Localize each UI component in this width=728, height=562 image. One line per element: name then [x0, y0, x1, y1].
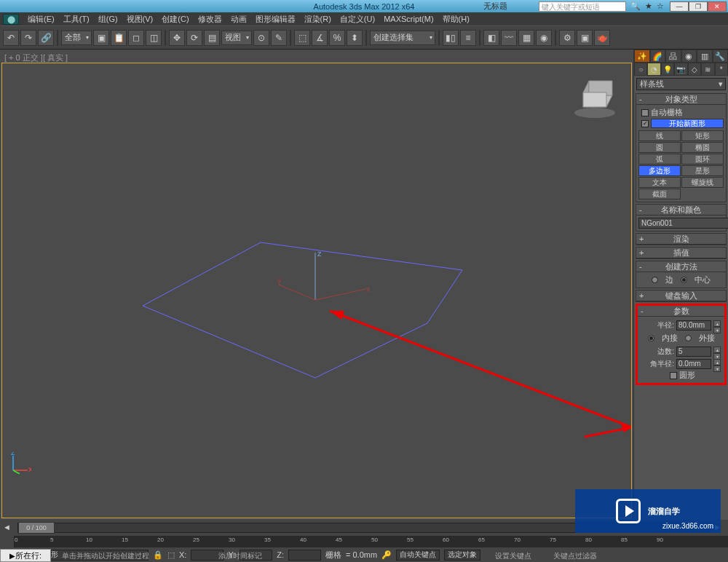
menu-group[interactable]: 组(G): [94, 13, 122, 25]
viewport-area[interactable]: [ + 0 正交 ][ 真实 ] z x y: [0, 50, 633, 520]
menu-grapheditors[interactable]: 图形编辑器: [251, 13, 300, 25]
startnew-button[interactable]: 开始新图形: [651, 119, 724, 128]
radius-spinner[interactable]: 80.0mm: [676, 320, 711, 331]
line-button[interactable]: 线: [638, 130, 681, 141]
coord-mode-icon[interactable]: ⬚: [167, 550, 175, 560]
expand-icon[interactable]: +: [639, 291, 644, 300]
undo-button[interactable]: ↶: [3, 30, 19, 46]
schematic-button[interactable]: ▦: [518, 30, 534, 46]
sides-spinner[interactable]: 5: [676, 347, 711, 357]
trackbar-toggle[interactable]: [0, 536, 15, 547]
text-button[interactable]: 文本: [638, 177, 681, 188]
cornerrad-spinner-buttons[interactable]: ▴▾: [713, 359, 721, 369]
refcoord-combo[interactable]: 视图: [221, 31, 252, 45]
autokey-button[interactable]: 自动关键点: [396, 550, 440, 561]
select-button[interactable]: ▣: [93, 30, 109, 46]
collapse-icon[interactable]: -: [639, 205, 642, 214]
edge-radio[interactable]: [652, 277, 658, 283]
selection-filter-combo[interactable]: 全部: [61, 31, 92, 45]
close-button[interactable]: ✕: [708, 1, 727, 12]
render-setup-button[interactable]: ⚙: [559, 30, 575, 46]
display-tab[interactable]: ▥: [697, 50, 713, 63]
section-button[interactable]: 截面: [638, 189, 681, 199]
menu-customize[interactable]: 自定义(U): [336, 13, 379, 25]
hierarchy-tab[interactable]: 品: [665, 50, 681, 63]
circular-checkbox[interactable]: [670, 372, 677, 379]
circle-button[interactable]: 圆: [638, 142, 681, 153]
menu-view[interactable]: 视图(V): [122, 13, 158, 25]
key-icon[interactable]: 🔑: [381, 550, 392, 560]
menu-edit[interactable]: 编辑(E): [23, 13, 59, 25]
systems-cat[interactable]: *: [715, 63, 728, 76]
cameras-cat[interactable]: 📷: [674, 63, 687, 76]
circumscribed-radio[interactable]: [685, 335, 692, 341]
keyboard-entry-rollout[interactable]: +键盘输入: [636, 290, 727, 302]
star-icon-2[interactable]: ☆: [657, 1, 664, 11]
radius-spinner-buttons[interactable]: ▴▾: [713, 320, 721, 331]
shapes-cat[interactable]: ◔: [647, 63, 660, 76]
expand-icon[interactable]: +: [639, 234, 644, 243]
layers-button[interactable]: ◧: [483, 30, 499, 46]
maximize-button[interactable]: ❐: [689, 1, 708, 12]
collapse-icon[interactable]: -: [639, 95, 642, 103]
keyfilter-button[interactable]: 关键点过滤器: [553, 551, 597, 561]
select-manipulate-button[interactable]: ✎: [271, 30, 287, 46]
snap-toggle[interactable]: ⬚: [294, 30, 310, 46]
motion-tab[interactable]: ◉: [681, 50, 697, 63]
modify-tab[interactable]: 🌈: [650, 50, 666, 63]
interp-rollout[interactable]: +插值: [636, 247, 727, 259]
app-logo-icon[interactable]: ⬤: [3, 14, 19, 25]
render-rollout[interactable]: +渲染: [636, 233, 727, 245]
viewport[interactable]: z x y z x: [1, 63, 632, 518]
rotate-button[interactable]: ⟳: [186, 30, 202, 46]
time-slider-thumb[interactable]: 0 / 100: [18, 522, 55, 534]
utilities-tab[interactable]: 🔧: [713, 50, 729, 63]
search-input[interactable]: 键入关键字或短语: [539, 1, 626, 12]
cornerrad-spinner[interactable]: 0.0mm: [676, 359, 711, 369]
minimize-button[interactable]: —: [670, 1, 689, 12]
expand-icon[interactable]: +: [639, 248, 644, 257]
selkey-combo[interactable]: 选定对象: [444, 550, 480, 561]
percent-snap-toggle[interactable]: %: [329, 30, 345, 46]
donut-button[interactable]: 圆环: [681, 154, 724, 165]
track-bar[interactable]: 0510 152025 303540 455055 606570 758085 …: [0, 536, 728, 547]
geometry-cat[interactable]: ○: [634, 63, 647, 76]
addtime-button[interactable]: 添加时间标记: [218, 551, 262, 561]
align-button[interactable]: ≡: [460, 30, 476, 46]
create-tab[interactable]: ✨: [634, 50, 650, 63]
autogrid-checkbox[interactable]: [641, 109, 649, 116]
lights-cat[interactable]: 💡: [661, 63, 674, 76]
subcategory-combo[interactable]: 样条线: [636, 78, 726, 90]
scale-button[interactable]: ▤: [204, 30, 220, 46]
angle-snap-toggle[interactable]: ∡: [312, 30, 328, 46]
move-button[interactable]: ✥: [169, 30, 185, 46]
sides-spinner-buttons[interactable]: ▴▾: [713, 347, 721, 357]
menu-render[interactable]: 渲染(R): [300, 13, 336, 25]
helpers-cat[interactable]: ◇: [688, 63, 701, 76]
startnew-checkbox[interactable]: ✓: [641, 120, 649, 127]
menu-create[interactable]: 创建(C): [157, 13, 193, 25]
select-name-button[interactable]: 📋: [111, 30, 127, 46]
inscribed-radio[interactable]: [648, 335, 654, 341]
spinner-snap-toggle[interactable]: ⬍: [347, 30, 363, 46]
collapse-icon[interactable]: -: [641, 306, 644, 315]
named-selection-combo[interactable]: 创建选择集: [370, 31, 435, 45]
lock-icon[interactable]: 🔒: [153, 550, 163, 560]
redo-button[interactable]: ↷: [20, 30, 36, 46]
star-icon[interactable]: ★: [645, 1, 652, 11]
render-frame-button[interactable]: ▣: [577, 30, 593, 46]
link-button[interactable]: 🔗: [38, 30, 54, 46]
select-rect-button[interactable]: ◻: [128, 30, 144, 46]
rectangle-button[interactable]: 矩形: [681, 130, 724, 141]
ngon-button[interactable]: 多边形: [638, 165, 681, 176]
spacewarps-cat[interactable]: ≋: [701, 63, 714, 76]
setkey-button[interactable]: 设置关键点: [495, 551, 531, 561]
menu-maxscript[interactable]: MAXScript(M): [379, 14, 438, 24]
center-radio[interactable]: [681, 277, 687, 283]
z-field[interactable]: [288, 550, 321, 561]
help-icon[interactable]: 🔍: [630, 1, 641, 11]
timeline-left-button[interactable]: ◄: [3, 523, 15, 533]
pivot-button[interactable]: ⊙: [253, 30, 269, 46]
menu-animation[interactable]: 动画: [226, 13, 251, 25]
arc-button[interactable]: 弧: [638, 154, 681, 165]
